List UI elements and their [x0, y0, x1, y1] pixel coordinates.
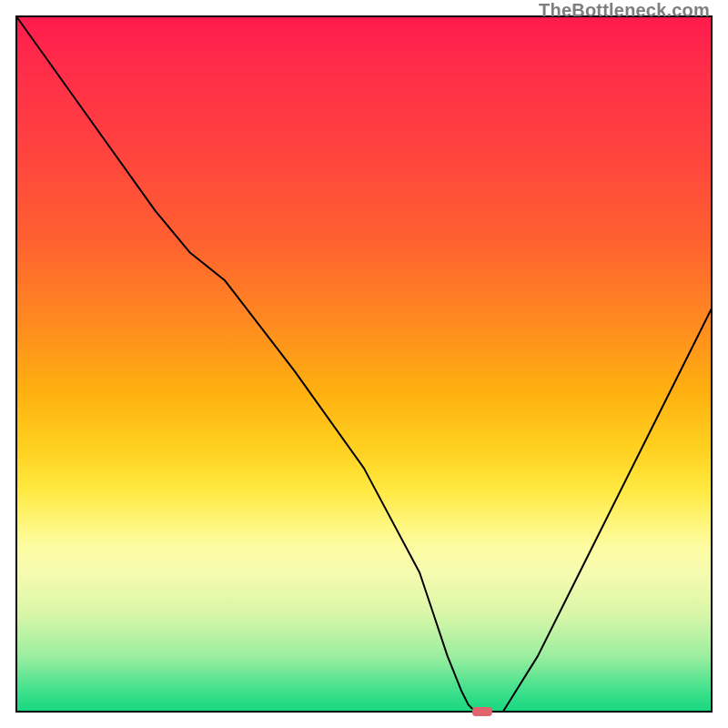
optimal-marker — [472, 707, 492, 716]
plot-svg — [0, 0, 728, 728]
plot-frame — [16, 16, 712, 712]
bottleneck-curve — [16, 16, 712, 712]
bottleneck-chart: TheBottleneck.com — [0, 0, 728, 728]
watermark-text: TheBottleneck.com — [539, 0, 710, 21]
